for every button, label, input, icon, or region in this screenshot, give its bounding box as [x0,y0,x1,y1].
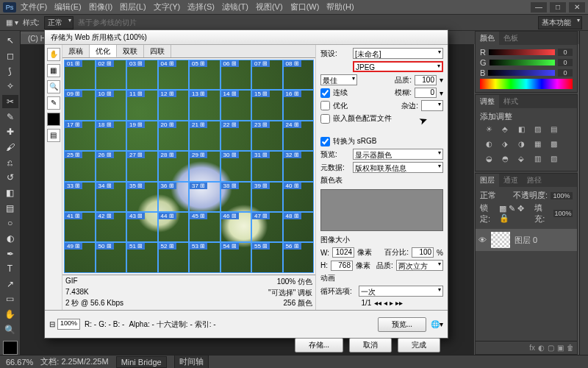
lock-icons[interactable]: ▩ ✎ ✥ 🔒 [499,204,531,223]
hand-icon[interactable]: ✋ [47,48,60,61]
optimized-check[interactable] [320,101,330,110]
tab-paths[interactable]: 路径 [523,174,546,187]
tab-2up[interactable]: 双联 [117,45,144,57]
browser-icon[interactable]: 🌐▾ [431,320,443,328]
tab-swatches[interactable]: 色板 [499,32,523,45]
cancel-button[interactable]: 取消 [349,338,392,353]
stepper-icon[interactable]: ▾ [440,89,443,97]
tab-original[interactable]: 原稿 [62,45,90,57]
save-button[interactable]: 存储... [295,338,343,353]
r-value[interactable]: 0 [558,49,573,56]
height-input[interactable]: 768 [331,261,353,271]
adj-icon[interactable]: ☀ [483,125,495,135]
eraser-tool[interactable]: ◧ [2,186,18,200]
fg-swatch[interactable] [3,341,18,355]
tab-optimized[interactable]: 优化 [90,45,117,57]
tab-layers[interactable]: 图层 [476,174,499,187]
matte-select[interactable] [421,100,443,111]
width-input[interactable]: 1024 [332,247,354,258]
menu-type[interactable]: 文字(Y) [154,1,181,13]
zoom-tool[interactable]: 🔍 [2,322,18,336]
menu-select[interactable]: 选择(S) [187,1,215,13]
menu-image[interactable]: 图像(I) [89,1,112,13]
min-icon[interactable]: — [531,2,547,13]
hand-tool[interactable]: ✋ [2,308,18,322]
preview-area[interactable]: 01 ⊞02 ⊞03 ⊞04 ⊞05 ⊞06 ⊞07 ⊞08 ⊞09 ⊞10 ⊞… [64,60,314,273]
sample-swatch[interactable] [47,113,60,126]
adj-icon[interactable]: ▨ [531,125,543,135]
blur-input[interactable]: 0 [415,88,437,98]
adj-icon[interactable]: ▧ [548,155,559,165]
adj-icon[interactable]: ◐ [483,140,495,150]
adj-icon[interactable]: ◒ [483,155,495,165]
loop-select[interactable]: 一次 [359,286,443,297]
zoom-select[interactable]: 100% [57,319,80,330]
adj-icon[interactable]: ◧ [515,125,527,135]
stepper-icon[interactable]: ▾ [440,76,443,84]
preview-select[interactable]: 显示器颜色 [353,149,443,160]
style-select[interactable]: 正常 [44,16,74,29]
adj-icon[interactable]: ▦ [531,140,543,150]
minibridge-tab[interactable]: Mini Bridge [116,356,167,368]
type-tool[interactable]: T [2,262,18,276]
shape-tool[interactable]: ▭ [2,292,18,306]
max-icon[interactable]: □ [550,2,566,13]
quality-input[interactable]: 100 [415,75,437,85]
adj-icon[interactable]: ⬙ [515,155,527,165]
dodge-tool[interactable]: ◐ [2,232,18,246]
menu-file[interactable]: 文件(F) [21,1,47,13]
marquee-tool[interactable]: ◻ [2,49,18,63]
history-brush-tool[interactable]: ↺ [2,171,18,185]
preview-button[interactable]: 预览... [378,317,426,332]
lasso-tool[interactable]: ⟆ [2,64,18,78]
adj-icon[interactable]: ▩ [548,140,559,150]
tab-styles[interactable]: 样式 [499,95,523,108]
preset-select[interactable]: [未命名] [353,48,443,59]
resample-select[interactable]: 两次立方 [396,260,443,271]
quality-preset[interactable]: 最佳 [320,74,357,85]
layer-row[interactable]: 👁 图层 0 [476,229,577,251]
color-table[interactable] [320,189,443,231]
icc-check[interactable] [320,114,330,124]
mask-icon[interactable]: ◐ [538,344,545,352]
blend-mode[interactable]: 正常 [480,190,510,201]
g-slider[interactable] [490,60,555,66]
slice-select-icon[interactable]: ▦ [47,64,60,77]
tab-color[interactable]: 颜色 [476,32,499,45]
format-select[interactable]: JPEG [353,61,443,72]
eyedrop-icon[interactable]: ✎ [47,96,60,110]
heal-tool[interactable]: ✚ [2,125,18,139]
crop-tool[interactable]: ✂ [2,95,18,109]
adj-icon[interactable]: ▥ [531,155,543,165]
adj-icon[interactable]: ◑ [515,140,527,150]
workspace-select[interactable]: 基本功能 [538,16,582,29]
tab-channels[interactable]: 通道 [499,174,523,187]
slice-vis-icon[interactable]: ▤ [47,129,60,142]
menu-edit[interactable]: 编辑(E) [54,1,82,13]
gradient-tool[interactable]: ▤ [2,201,18,215]
adj-icon[interactable]: ▤ [548,125,559,135]
fx-icon[interactable]: fx [529,344,535,352]
eyedrop-tool[interactable]: ✎ [2,110,18,124]
tab-4up[interactable]: 四联 [144,45,171,57]
spectrum[interactable] [480,79,573,89]
g-value[interactable]: 0 [558,59,573,66]
menu-layer[interactable]: 图层(L) [120,1,146,13]
menu-help[interactable]: 帮助(H) [326,1,354,13]
pct-input[interactable]: 100 [412,247,434,258]
meta-select[interactable]: 版权和联系信息 [353,162,443,173]
menu-window[interactable]: 窗口(W) [290,1,320,13]
new-icon[interactable]: ▣ [557,344,564,352]
opacity-value[interactable]: 100% [551,192,573,199]
r-slider[interactable] [489,49,555,55]
adj-icon[interactable]: ◓ [499,155,511,165]
fill-value[interactable]: 100% [553,210,573,217]
path-tool[interactable]: ↗ [2,277,18,291]
zoom-level[interactable]: 66.67% [6,358,33,367]
hand-icon[interactable]: ⊟ [49,320,55,328]
srgb-check[interactable] [320,137,330,146]
wand-tool[interactable]: ✧ [2,79,18,93]
move-tool[interactable]: ↖ [2,34,18,48]
slice-guides-button[interactable]: 基于参考线的切片 [78,18,137,28]
trash-icon[interactable]: 🗑 [567,344,574,352]
